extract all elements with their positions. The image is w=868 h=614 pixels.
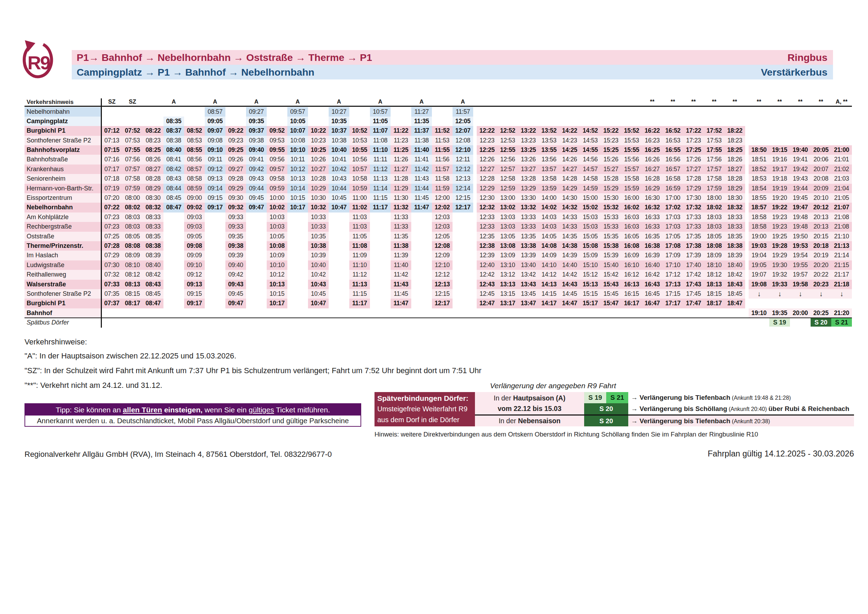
time-cell (621, 318, 642, 327)
time-cell: 16:43 (642, 280, 663, 289)
time-cell: 18:57 (749, 203, 769, 212)
time-cell: 19:25 (769, 232, 790, 241)
time-cell (453, 280, 473, 289)
time-cell: 09:42 (225, 270, 246, 279)
time-cell (683, 309, 704, 318)
time-cell (559, 116, 580, 126)
time-cell: 15:47 (601, 299, 621, 308)
time-cell: 17:03 (663, 212, 683, 222)
time-cell: 12:00 (432, 193, 453, 203)
time-cell: 17:32 (683, 203, 704, 212)
time-cell: 08:59 (184, 184, 205, 193)
time-cell: 19:57 (790, 270, 811, 279)
time-cell: 15:58 (621, 174, 642, 183)
time-cell: 18:53 (749, 174, 769, 183)
time-cell (518, 107, 539, 116)
time-cell: 19:00 (749, 232, 769, 241)
time-cell: 12:52 (498, 126, 518, 135)
time-cell: 13:17 (498, 299, 518, 308)
time-cell: 12:55 (498, 145, 518, 155)
time-cell: 11:58 (432, 174, 453, 183)
time-cell (704, 116, 724, 126)
time-cell: 18:26 (724, 155, 745, 164)
time-cell: 17:55 (704, 145, 724, 155)
time-cell: 14:10 (539, 260, 559, 270)
time-cell: 14:22 (559, 126, 580, 135)
column-note: A (287, 98, 308, 106)
stop-label: Burgbichl P1 (25, 299, 101, 308)
time-cell: 14:25 (559, 145, 580, 155)
time-cell (518, 318, 539, 327)
time-cell: 09:59 (267, 184, 287, 193)
time-cell (391, 309, 411, 318)
time-cell: 13:43 (518, 280, 539, 289)
time-cell: 08:35 (163, 116, 184, 126)
column-note (349, 98, 370, 106)
time-cell (246, 260, 267, 270)
table-row: Burgbichl P107:3708:1708:4709:1709:4710:… (25, 299, 852, 308)
time-cell: 10:56 (349, 155, 370, 164)
time-cell: 10:52 (349, 126, 370, 135)
note-a: "A": In der Hauptsaison zwischen 22.12.2… (25, 350, 482, 361)
time-cell (724, 309, 745, 318)
time-cell (329, 299, 349, 308)
time-cell: 17:09 (663, 251, 683, 260)
time-cell: 12:53 (498, 136, 518, 145)
time-cell (287, 222, 308, 231)
time-cell: 09:44 (246, 184, 267, 193)
time-cell: 11:13 (370, 174, 391, 183)
time-cell (329, 309, 349, 318)
time-cell: 11:45 (391, 289, 411, 299)
time-cell: 09:14 (205, 184, 225, 193)
time-cell (246, 289, 267, 299)
time-cell: 08:39 (143, 251, 163, 260)
time-cell: 09:28 (225, 174, 246, 183)
time-cell: 07:33 (101, 280, 122, 289)
time-cell (811, 116, 831, 126)
time-cell: 18:12 (704, 270, 724, 279)
time-cell (411, 241, 432, 251)
time-cell: 12:22 (477, 126, 498, 135)
time-cell: 18:33 (724, 212, 745, 222)
time-cell: 13:10 (498, 260, 518, 270)
column-note (432, 98, 453, 106)
time-cell: 17:10 (663, 260, 683, 270)
time-cell: 13:58 (539, 174, 559, 183)
time-cell (453, 299, 473, 308)
time-cell: 15:38 (601, 241, 621, 251)
time-cell (163, 309, 184, 318)
time-cell: 09:40 (246, 145, 267, 155)
time-cell: 09:42 (246, 164, 267, 174)
time-cell: 12:38 (477, 241, 498, 251)
time-cell: 14:53 (580, 136, 601, 145)
time-cell: 16:03 (621, 222, 642, 231)
table-row: Burgbichl P107:1207:5208:2208:3708:5209:… (25, 126, 852, 135)
time-cell: 07:22 (101, 203, 122, 212)
time-cell: 12:05 (453, 116, 473, 126)
time-cell: 10:40 (329, 145, 349, 155)
time-cell: 20:06 (811, 155, 831, 164)
time-cell: 19:04 (749, 251, 769, 260)
column-note (518, 98, 539, 106)
time-cell: 19:08 (749, 280, 769, 289)
time-cell (163, 251, 184, 260)
time-cell: 12:59 (498, 184, 518, 193)
time-cell (411, 251, 432, 260)
time-cell: 13:29 (518, 184, 539, 193)
time-cell: 15:39 (601, 251, 621, 260)
time-cell (287, 260, 308, 270)
time-cell: 08:03 (122, 222, 143, 231)
note-sz: "SZ": In der Schulzeit wird Fahrt mit An… (25, 365, 482, 376)
time-cell: 15:57 (621, 164, 642, 174)
time-cell: 21:17 (831, 270, 852, 279)
time-cell: 15:40 (601, 260, 621, 270)
stop-label: Bahnhofsvorplatz (25, 145, 101, 155)
time-cell (432, 318, 453, 327)
time-cell (663, 116, 683, 126)
time-cell (163, 270, 184, 279)
time-cell: 10:47 (329, 203, 349, 212)
time-cell: 12:13 (453, 174, 473, 183)
time-cell: 09:02 (184, 203, 205, 212)
time-cell (432, 309, 453, 318)
time-cell: 17:23 (683, 136, 704, 145)
